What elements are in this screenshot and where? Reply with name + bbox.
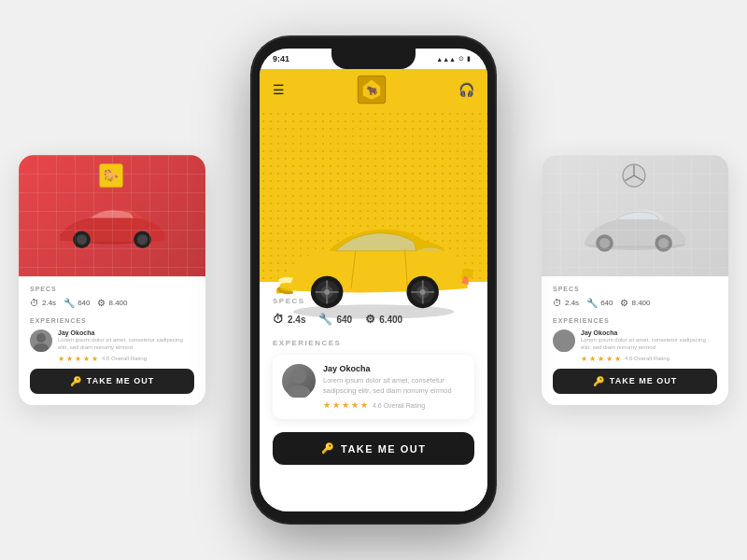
phone-star-3: ★ xyxy=(342,400,349,410)
right-star-4: ★ xyxy=(606,355,613,363)
right-reviewer: Jay Okocha Lorem ipsum dolor sit amet, c… xyxy=(553,329,717,363)
gauge-icon: ⚙ xyxy=(97,298,106,308)
phone-screen: 9:41 ▲▲▲ ⊙ ▮ ☰ 🐂 xyxy=(260,49,487,511)
svg-point-27 xyxy=(291,369,306,384)
phone-reviewer-name: Jay Okocha xyxy=(323,364,465,373)
left-spec-2: 🔧 640 xyxy=(63,298,90,308)
status-icons: ▲▲▲ ⊙ ▮ xyxy=(436,55,471,63)
svg-point-7 xyxy=(36,333,46,343)
left-take-me-out-button[interactable]: 🔑 TAKE ME OUT xyxy=(30,369,194,394)
left-card-image: 🐎 xyxy=(19,155,205,276)
status-time: 9:41 xyxy=(273,54,289,63)
left-key-icon: 🔑 xyxy=(70,376,82,386)
main-scene: 🐎 SPECS xyxy=(0,0,747,560)
phone-star-4: ★ xyxy=(351,400,359,410)
battery-icon: ▮ xyxy=(467,55,471,63)
star-3: ★ xyxy=(75,355,81,363)
right-card-body: SPECS ⏱ 2.4s 🔧 640 ⚙ 8.400 EXPERIENCES xyxy=(542,276,728,405)
right-star-3: ★ xyxy=(598,355,604,363)
right-reviewer-info: Jay Okocha Lorem ipsum dolor sit amet, c… xyxy=(581,329,717,363)
right-card-image xyxy=(542,155,728,276)
phone-take-me-out-button[interactable]: 🔑 TAKE ME OUT xyxy=(273,432,474,465)
left-reviewer-avatar xyxy=(30,329,52,352)
svg-point-20 xyxy=(324,289,330,295)
phone-key-icon: 🔑 xyxy=(321,442,336,455)
left-spec-3: ⚙ 8.400 xyxy=(97,298,127,308)
right-spec-1: ⏱ 2.4s xyxy=(553,298,579,308)
left-card: 🐎 SPECS xyxy=(19,155,205,405)
right-star-5: ★ xyxy=(614,355,621,363)
left-reviewer: Jay Okocha Lorem ipsum dolor sit amet, c… xyxy=(30,329,194,363)
left-specs-label: SPECS xyxy=(30,286,194,292)
phone-experiences-label: EXPERIENCES xyxy=(273,339,474,347)
right-star-1: ★ xyxy=(581,355,587,363)
phone-header: ☰ 🐂 🎧 xyxy=(260,69,487,110)
mercedes-logo xyxy=(621,162,649,190)
right-specs-label: SPECS xyxy=(553,286,717,292)
left-reviewer-info: Jay Okocha Lorem ipsum dolor sit amet, c… xyxy=(58,329,194,363)
phone-stars-row: ★ ★ ★ ★ ★ 4.6 Overall Rating xyxy=(323,400,465,410)
star-4: ★ xyxy=(83,355,90,363)
svg-point-12 xyxy=(293,304,455,318)
left-specs-row: ⏱ 2.4s 🔧 640 ⚙ 8.400 xyxy=(30,298,194,308)
svg-text:🐎: 🐎 xyxy=(104,168,119,183)
svg-point-8 xyxy=(34,343,49,352)
lambo-car-hero xyxy=(266,213,481,325)
star-2: ★ xyxy=(66,355,73,363)
phone-rating-text: 4.6 Overall Rating xyxy=(373,402,425,409)
left-spec-1: ⏱ 2.4s xyxy=(30,298,56,308)
right-card: SPECS ⏱ 2.4s 🔧 640 ⚙ 8.400 EXPERIENCES xyxy=(542,155,728,405)
svg-point-28 xyxy=(288,385,310,398)
right-stars: ★ ★ ★ ★ ★ 4.6 Overall Rating xyxy=(581,355,717,363)
phone-star-1: ★ xyxy=(323,400,331,410)
phone-reviewer-avatar xyxy=(282,364,316,398)
phone-notch xyxy=(331,49,416,69)
right-gauge-icon: ⚙ xyxy=(620,298,628,308)
svg-point-40 xyxy=(557,343,571,352)
phone-star-2: ★ xyxy=(332,400,340,410)
star-1: ★ xyxy=(58,355,64,363)
left-card-body: SPECS ⏱ 2.4s 🔧 640 ⚙ 8.400 EXPERIENCES xyxy=(19,276,205,405)
signal-icon: ▲▲▲ xyxy=(436,56,456,63)
right-specs-row: ⏱ 2.4s 🔧 640 ⚙ 8.400 xyxy=(553,298,717,308)
svg-text:🐂: 🐂 xyxy=(366,84,378,96)
right-spec-2: 🔧 640 xyxy=(586,298,613,308)
right-spec-3: ⚙ 8.400 xyxy=(620,298,650,308)
right-reviewer-avatar xyxy=(553,329,575,352)
phone-reviewer-card: Jay Okocha Lorem ipsum dolor sit amet, c… xyxy=(273,355,474,419)
svg-point-39 xyxy=(559,333,569,343)
right-wrench-icon: 🔧 xyxy=(586,298,598,308)
phone-hero xyxy=(260,110,487,297)
menu-icon[interactable]: ☰ xyxy=(273,82,285,97)
headphone-icon[interactable]: 🎧 xyxy=(458,82,474,97)
phone-button-label: TAKE ME OUT xyxy=(341,443,426,455)
phone-reviewer-text: Lorem ipsum dolor sit amet, consetetur s… xyxy=(323,376,465,396)
lamborghini-logo: 🐂 xyxy=(357,75,387,105)
svg-point-26 xyxy=(420,289,426,295)
phone-container: 9:41 ▲▲▲ ⊙ ▮ ☰ 🐂 xyxy=(252,37,495,523)
left-experiences-label: EXPERIENCES xyxy=(30,317,194,324)
left-stars: ★ ★ ★ ★ ★ 4.6 Overall Rating xyxy=(58,355,194,363)
timer-icon: ⏱ xyxy=(30,298,39,308)
phone-frame: 9:41 ▲▲▲ ⊙ ▮ ☰ 🐂 xyxy=(252,37,495,523)
star-5: ★ xyxy=(92,355,98,363)
right-key-icon: 🔑 xyxy=(593,376,605,386)
right-star-2: ★ xyxy=(589,355,596,363)
wrench-icon: 🔧 xyxy=(63,298,75,308)
wifi-icon: ⊙ xyxy=(458,55,464,63)
right-timer-icon: ⏱ xyxy=(553,298,562,308)
right-take-me-out-button[interactable]: 🔑 TAKE ME OUT xyxy=(553,369,717,394)
phone-star-5: ★ xyxy=(360,400,368,410)
phone-reviewer-info: Jay Okocha Lorem ipsum dolor sit amet, c… xyxy=(323,364,465,410)
ferrari-logo: 🐎 xyxy=(98,162,126,190)
right-experiences-label: EXPERIENCES xyxy=(553,317,717,324)
